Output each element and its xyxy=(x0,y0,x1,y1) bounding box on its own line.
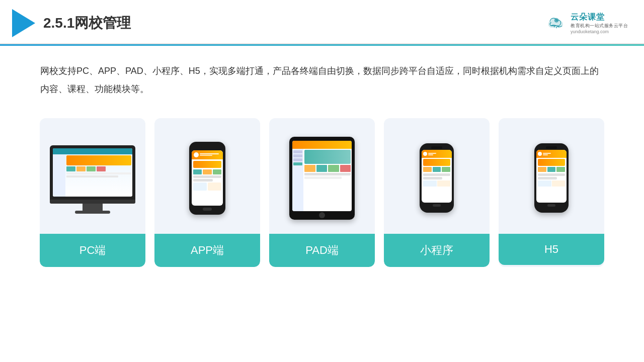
page-title: 2.5.1网校管理 xyxy=(43,14,131,33)
header: 2.5.1网校管理 云朵课堂 教育机构一站式服务云平台 yunduoketang… xyxy=(0,0,644,44)
card-miniprogram-image xyxy=(384,118,490,234)
cloud-icon xyxy=(545,16,568,31)
card-miniprogram-label: 小程序 xyxy=(384,234,490,267)
brand-logo: 云朵课堂 教育机构一站式服务云平台 yunduoketang.com xyxy=(545,12,628,34)
card-app-label: APP端 xyxy=(154,234,260,267)
card-pc-image xyxy=(40,118,145,234)
brand-text: 云朵课堂 教育机构一站式服务云平台 yunduoketang.com xyxy=(571,12,628,34)
cards-container: PC端 xyxy=(0,108,644,287)
description-text: 网校支持PC、APP、PAD、小程序、H5，实现多端打通，产品各终端自由切换，数… xyxy=(0,46,644,108)
logo-triangle-icon xyxy=(12,9,35,37)
svg-point-3 xyxy=(558,26,559,27)
card-pad: PAD端 xyxy=(269,118,375,267)
card-miniprogram: 小程序 xyxy=(384,118,490,267)
card-app-image xyxy=(154,118,260,234)
brand-url: yunduoketang.com xyxy=(571,29,609,34)
card-h5: H5 xyxy=(499,118,604,267)
brand-name: 云朵课堂 xyxy=(571,12,605,23)
svg-point-1 xyxy=(554,26,555,27)
card-pc: PC端 xyxy=(40,118,145,267)
card-h5-label: H5 xyxy=(499,234,604,265)
pc-monitor-icon xyxy=(50,145,135,211)
small-phone-miniprogram xyxy=(420,143,454,213)
tablet-mockup xyxy=(289,137,355,220)
card-pad-image xyxy=(269,118,375,234)
svg-point-0 xyxy=(554,18,559,23)
small-phone-h5 xyxy=(534,143,569,213)
card-pc-label: PC端 xyxy=(40,234,145,267)
card-h5-image xyxy=(499,118,604,234)
header-right: 云朵课堂 教育机构一站式服务云平台 yunduoketang.com xyxy=(545,12,628,34)
svg-point-2 xyxy=(556,27,557,28)
card-app: APP端 xyxy=(154,118,260,267)
brand-tagline: 教育机构一站式服务云平台 xyxy=(571,23,628,29)
header-left: 2.5.1网校管理 xyxy=(12,9,131,37)
card-pad-label: PAD端 xyxy=(269,234,375,267)
phone-mockup-app xyxy=(189,142,225,215)
